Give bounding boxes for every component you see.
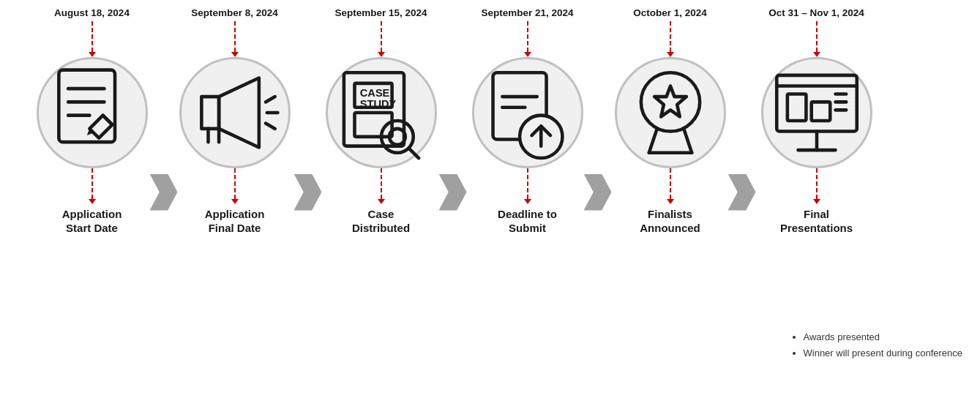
label-5: Finalists Announced (640, 207, 700, 236)
label-3: Case Distributed (352, 207, 410, 236)
svg-line-27 (684, 129, 692, 153)
circle-6 (761, 57, 872, 168)
bullet-note-item: Winner will present during conference (804, 345, 963, 361)
step-2: September 8, 2024 Application Final Date (179, 7, 291, 236)
timeline-wrapper: August 18, 2024 Application Start DateSe… (15, 7, 966, 402)
date-3: September 15, 2024 (334, 7, 427, 19)
svg-line-26 (648, 129, 657, 153)
svg-point-24 (640, 72, 699, 131)
svg-line-8 (265, 97, 274, 102)
step-3: September 15, 2024 CASE STUDY Case Distr… (326, 7, 437, 236)
connector-3 (439, 174, 467, 211)
label-1: Application Start Date (62, 207, 122, 236)
circle-2 (179, 57, 291, 168)
date-2: September 8, 2024 (191, 7, 278, 19)
step-4: September 21, 2024 Deadline to Submit (472, 7, 583, 236)
connector-1 (150, 174, 178, 211)
svg-marker-5 (201, 97, 219, 129)
step-5: October 1, 2024 Finalists Announced (615, 7, 726, 236)
date-6: Oct 31 – Nov 1, 2024 (768, 7, 864, 19)
svg-text:STUDY: STUDY (359, 97, 396, 109)
bullet-notes: Awards presentedWinner will present duri… (790, 329, 963, 361)
connector-4 (584, 174, 612, 211)
circle-5 (615, 57, 726, 168)
svg-line-10 (265, 123, 274, 128)
svg-rect-34 (811, 102, 830, 121)
label-6: Final Presentations (780, 207, 853, 236)
svg-text:CASE: CASE (359, 87, 389, 99)
label-4: Deadline to Submit (498, 207, 557, 236)
date-5: October 1, 2024 (633, 7, 707, 19)
svg-marker-25 (654, 86, 687, 116)
label-2: Application Final Date (205, 207, 265, 236)
circle-1 (37, 57, 148, 168)
svg-rect-33 (787, 94, 806, 121)
circle-4 (472, 57, 583, 168)
step-6: Oct 31 – Nov 1, 2024 Final Presentations (761, 7, 872, 236)
step-1: August 18, 2024 Application Start Date (37, 7, 148, 236)
bullet-note-item: Awards presented (804, 329, 963, 345)
connector-2 (294, 174, 322, 211)
date-4: September 21, 2024 (481, 7, 573, 19)
date-1: August 18, 2024 (54, 7, 130, 19)
svg-line-17 (409, 149, 419, 158)
svg-line-4 (102, 115, 112, 124)
connector-5 (728, 174, 756, 211)
circle-3: CASE STUDY (326, 57, 437, 168)
